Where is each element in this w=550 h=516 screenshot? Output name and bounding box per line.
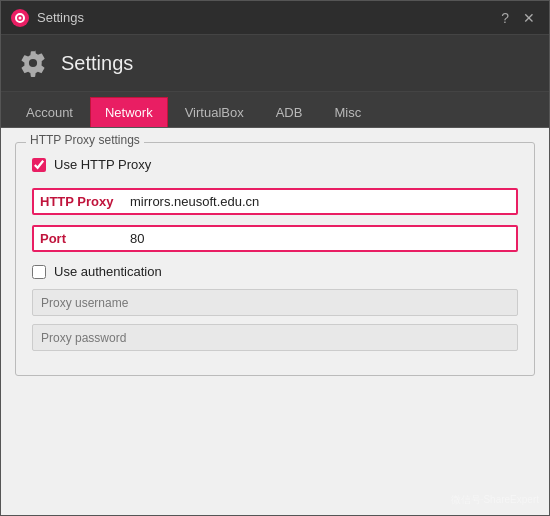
tab-virtualbox[interactable]: VirtualBox: [170, 97, 259, 127]
tab-bar: Account Network VirtualBox ADB Misc: [1, 92, 549, 128]
svg-point-1: [19, 16, 22, 19]
use-proxy-row: Use HTTP Proxy: [32, 157, 518, 172]
use-auth-label: Use authentication: [54, 264, 162, 279]
watermark: 微信号·ShareExpert: [451, 493, 539, 507]
settings-header: Settings: [1, 35, 549, 92]
proxy-password-input[interactable]: [151, 330, 509, 345]
tab-misc[interactable]: Misc: [319, 97, 376, 127]
gear-icon: [17, 47, 49, 79]
window-title: Settings: [37, 10, 497, 25]
content-area: HTTP Proxy settings Use HTTP Proxy HTTP …: [1, 128, 549, 515]
title-bar: Settings ? ✕: [1, 1, 549, 35]
tab-network[interactable]: Network: [90, 97, 168, 127]
port-row: Port: [32, 225, 518, 252]
use-proxy-label: Use HTTP Proxy: [54, 157, 151, 172]
proxy-username-input[interactable]: [151, 295, 509, 310]
app-logo: [11, 9, 29, 27]
close-button[interactable]: ✕: [519, 11, 539, 25]
http-proxy-label: HTTP Proxy: [40, 194, 130, 209]
proxy-username-row: Proxy username: [32, 289, 518, 316]
use-auth-row: Use authentication: [32, 264, 518, 279]
proxy-password-label: Proxy password: [41, 331, 151, 345]
http-proxy-input[interactable]: [130, 194, 510, 209]
header-title: Settings: [61, 52, 133, 75]
use-auth-checkbox[interactable]: [32, 265, 46, 279]
group-legend: HTTP Proxy settings: [26, 133, 144, 147]
http-proxy-row: HTTP Proxy: [32, 188, 518, 215]
settings-window: Settings ? ✕ Settings Account Network Vi…: [0, 0, 550, 516]
tab-adb[interactable]: ADB: [261, 97, 318, 127]
proxy-password-row: Proxy password: [32, 324, 518, 351]
http-proxy-group: HTTP Proxy settings Use HTTP Proxy HTTP …: [15, 142, 535, 376]
proxy-username-label: Proxy username: [41, 296, 151, 310]
port-label: Port: [40, 231, 130, 246]
use-proxy-checkbox[interactable]: [32, 158, 46, 172]
tab-account[interactable]: Account: [11, 97, 88, 127]
help-button[interactable]: ?: [497, 11, 513, 25]
window-controls: ? ✕: [497, 11, 539, 25]
port-input[interactable]: [130, 231, 510, 246]
